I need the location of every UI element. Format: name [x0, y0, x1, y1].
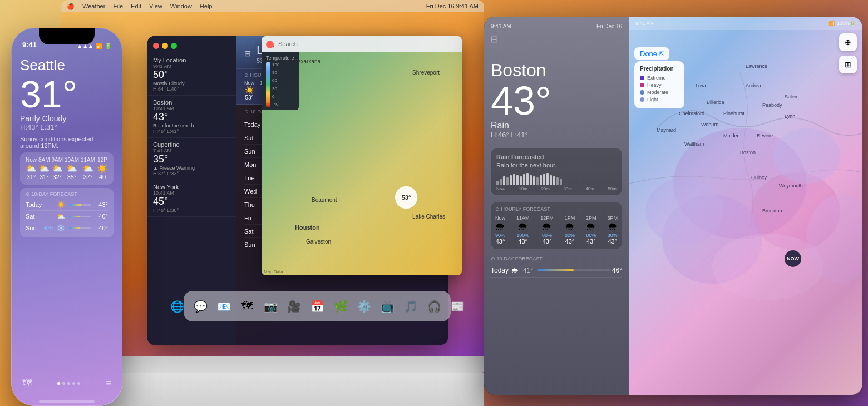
iphone-bottom-bar: 🗺 ≡ — [11, 369, 122, 397]
iphone-desc: Partly Cloudy — [20, 114, 114, 123]
menu-weather[interactable]: Weather — [82, 3, 105, 9]
menu-window[interactable]: Window — [170, 3, 192, 9]
mac-map-overlay: 🔍 Search ✕ Temperature 1309060300-40 Tex… — [262, 36, 462, 275]
dock-icon[interactable]: 📺 — [377, 296, 397, 316]
menu-view[interactable]: View — [149, 3, 162, 9]
map-data-label[interactable]: Map Data — [264, 269, 283, 274]
map-city-label: Quincy — [751, 175, 767, 180]
precip-title: Precipitation — [640, 66, 679, 72]
map-city-texarkana: Texarkana — [295, 58, 320, 65]
sidebar-location-boston[interactable]: Boston 10:41 AM 43° Rain for the next h.… — [147, 96, 236, 138]
iphone-day-row: Sun 40% ❄️ 40° — [26, 222, 108, 234]
iphone-hilo: H:43° L:31° — [20, 123, 114, 131]
map-temp-badge: 53° — [395, 186, 417, 209]
loc-desc: Rain for the next h... — [153, 123, 231, 128]
ipad-hourly-section: ⊙ HOURLY FORECAST Now🌧90%43°11AM🌧100%43°… — [491, 202, 622, 249]
ipad-sidebar-toggle[interactable]: ⊟ — [491, 34, 622, 44]
iphone-hour-item: 11AM⛅37° — [81, 157, 95, 180]
loc-hilo: H:64° L:40° — [153, 86, 231, 92]
menubar-right: Fri Dec 16 9:41 AM — [426, 3, 479, 9]
dock-icon[interactable]: ⚙️ — [354, 296, 374, 316]
traffic-red[interactable] — [153, 43, 159, 49]
macbook: 🍎 Weather File Edit View Window Help Fri… — [61, 0, 484, 406]
menubar-time: Fri Dec 16 9:41 AM — [426, 3, 479, 9]
loc-hilo: H:46° L:38° — [153, 207, 231, 213]
dock-icon[interactable]: 📷 — [260, 296, 280, 316]
dock-icon[interactable]: 🎧 — [424, 296, 444, 316]
sidebar-toggle-icon[interactable]: ⊟ — [244, 49, 251, 58]
ipad-left-panel: 9:41 AM Fri Dec 16 ⊟ Boston 43° Rain H:4… — [484, 17, 629, 395]
map-city-label: Pinehurst — [723, 111, 744, 116]
map-right-buttons: ⊕ ⊞ — [839, 33, 857, 73]
iphone-dots — [57, 382, 80, 385]
iphone-city: Seattle — [20, 57, 114, 74]
layers-button[interactable]: ⊞ — [839, 56, 857, 73]
sidebar-location-mylocation[interactable]: My Location 9:41 AM 50° Mostly Cloudy H:… — [147, 53, 236, 96]
map-city-label: Woburn — [701, 122, 718, 127]
dock-icon[interactable]: 💬 — [190, 296, 210, 316]
map-city-label: Andover — [746, 83, 765, 88]
dock-icon[interactable]: 🗺 — [237, 296, 257, 316]
macbook-keyboard — [61, 373, 484, 406]
menu-edit[interactable]: Edit — [131, 3, 141, 9]
traffic-lights — [147, 43, 236, 53]
iphone-notch — [39, 28, 95, 44]
search-placeholder[interactable]: Search — [278, 41, 298, 47]
dock-icon[interactable]: 🌐 — [167, 296, 187, 316]
dock-icon[interactable]: 📧 — [214, 296, 234, 316]
temp-overlay-label: Temperature — [266, 55, 294, 61]
iphone-time: 9:41 — [22, 41, 37, 49]
done-button[interactable]: Done ⇱ — [634, 47, 669, 60]
svg-point-5 — [712, 234, 823, 300]
ipad-rain-card: Rain Forecasted Rain for the next hour. … — [491, 148, 622, 195]
ipad-status-bar: 9:41 AM Fri Dec 16 — [491, 23, 622, 29]
loc-hilo: H:46° L:41° — [153, 128, 231, 134]
loc-time: 9:41 AM — [153, 63, 231, 69]
map-icon[interactable]: 🗺 — [22, 378, 32, 389]
iphone: 9:41 ▲▲▲ 📶 🔋 Seattle 31° Partly Cloudy H… — [11, 28, 122, 406]
sidebar-location-cupertino[interactable]: Cupertino 7:41 AM 35° ▲ Freeze Warning H… — [147, 138, 236, 180]
loc-temp: 43° — [153, 111, 231, 123]
dock-icon[interactable]: 📅 — [307, 296, 327, 316]
map-city-label: Salem — [785, 94, 799, 100]
map-city-label: Lynn — [785, 113, 795, 119]
map-city-houston: Houston — [295, 224, 320, 231]
map-city-label: Weymouth — [779, 183, 803, 189]
sidebar-location-newyork[interactable]: New York 10:41 AM 45° H:46° L:38° — [147, 180, 236, 217]
map-city-label: Revere — [757, 133, 773, 138]
loc-name: Boston — [153, 99, 231, 106]
list-icon[interactable]: ≡ — [105, 378, 111, 389]
traffic-yellow[interactable] — [162, 43, 168, 49]
location-button[interactable]: ⊕ — [839, 33, 857, 51]
traffic-green[interactable] — [171, 43, 177, 49]
dot-3 — [67, 382, 70, 385]
dot-1 — [57, 382, 60, 385]
done-label: Done — [640, 49, 657, 58]
dock-icon[interactable]: 🌿 — [331, 296, 351, 316]
menu-help[interactable]: Help — [200, 3, 213, 9]
dock-icon[interactable]: 📰 — [447, 296, 467, 316]
map-city-galveston: Galveston — [306, 239, 331, 245]
iphone-hour-item: 8AM⛅31° — [38, 157, 50, 180]
map-city-label: Chelmsford — [679, 111, 704, 116]
iphone-hourly-section: Now⛅31°8AM⛅31°9AM⛅32°10AM⛅35°11AM⛅37°12P… — [20, 152, 114, 185]
ipad-time: 9:41 AM — [491, 23, 511, 29]
layers-icon: ⊞ — [845, 60, 851, 69]
dock-icon[interactable]: 🎵 — [401, 296, 421, 316]
menu-file[interactable]: File — [113, 3, 123, 9]
ipad-tenday-label: ⊙ 10-DAY FORECAST — [491, 256, 622, 261]
iphone-content: Seattle 31° Partly Cloudy H:43° L:31° Su… — [11, 52, 122, 369]
map-city-label: Billerica — [707, 100, 724, 105]
map-close-button[interactable]: ✕ — [266, 41, 274, 48]
dock-icon[interactable]: 🎥 — [284, 296, 304, 316]
mac-hour-item: Now☀️53° — [244, 80, 254, 101]
precip-item: Heavy — [640, 82, 679, 88]
precip-items: ExtremeHeavyModerateLight — [640, 75, 679, 102]
loc-temp: 45° — [153, 196, 231, 207]
ipad-hour-item: 12PM🌧80%43° — [540, 215, 554, 245]
dot-4 — [72, 382, 75, 385]
expand-icon: ⇱ — [659, 51, 664, 57]
ipad: 9:41 AM Fri Dec 16 ⊟ Boston 43° Rain H:4… — [484, 17, 862, 395]
iphone-hour-item: 9AM⛅32° — [51, 157, 63, 180]
ipad-hilo: H:46° L:41° — [491, 131, 622, 139]
